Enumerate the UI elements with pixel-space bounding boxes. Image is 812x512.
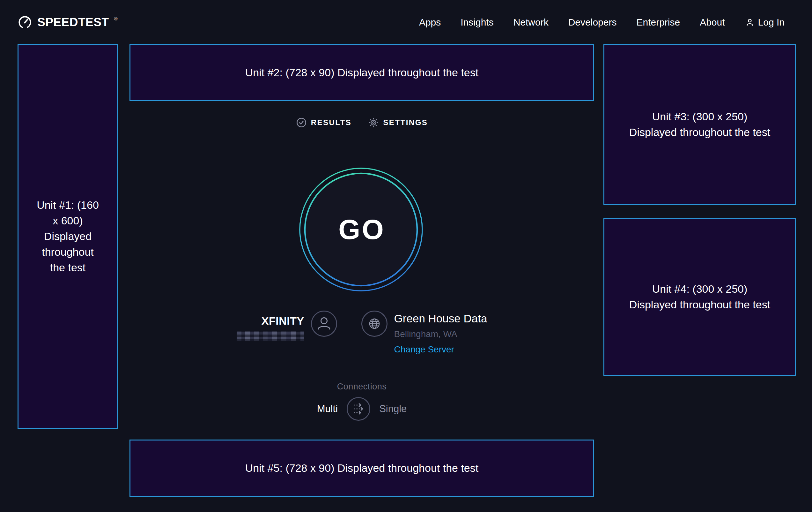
ad-unit-5[interactable]: Unit #5: (728 x 90) Displayed throughout… <box>129 439 594 497</box>
connections-option-single[interactable]: Single <box>379 403 407 415</box>
nav-item-insights[interactable]: Insights <box>461 17 493 28</box>
speedometer-icon <box>18 15 32 30</box>
nav-item-network[interactable]: Network <box>514 17 549 28</box>
change-server-link[interactable]: Change Server <box>394 344 487 355</box>
ad-unit-5-text: Unit #5: (728 x 90) Displayed throughout… <box>245 460 478 476</box>
server-globe-icon <box>361 310 388 337</box>
connections-label: Connections <box>129 382 594 392</box>
nav-item-about[interactable]: About <box>700 17 725 28</box>
connection-meta-row: XFINITY Green House Data Bellingham, WA … <box>129 310 594 355</box>
ad-unit-1-text: Unit #1: (160 x 600) Displayed throughou… <box>33 197 102 275</box>
speedtest-page: SPEEDTEST ® Apps Insights Network Develo… <box>0 0 812 512</box>
tab-settings[interactable]: SETTINGS <box>368 117 428 128</box>
connections-toggle-icon[interactable] <box>346 397 371 421</box>
server-block: Green House Data Bellingham, WA Change S… <box>394 312 487 355</box>
ad-unit-2[interactable]: Unit #2: (728 x 90) Displayed throughout… <box>129 44 594 101</box>
redacted-ip-address <box>237 331 304 341</box>
tab-bar: RESULTS <box>129 112 594 133</box>
go-label: GO <box>299 167 423 292</box>
go-button[interactable]: GO <box>299 167 423 292</box>
tab-results-label: RESULTS <box>311 118 352 127</box>
server-name: Green House Data <box>394 312 487 325</box>
ad-unit-4[interactable]: Unit #4: (300 x 250) Displayed throughou… <box>603 218 796 376</box>
logo-text: SPEEDTEST <box>37 16 109 29</box>
user-icon <box>745 17 755 27</box>
provider-block: XFINITY <box>237 315 304 343</box>
ad-unit-2-text: Unit #2: (728 x 90) Displayed throughout… <box>245 65 478 80</box>
server-location: Bellingham, WA <box>394 329 487 339</box>
tab-settings-label: SETTINGS <box>383 118 428 127</box>
connections-row: Multi Single <box>129 397 594 421</box>
top-nav-bar: SPEEDTEST ® Apps Insights Network Develo… <box>0 0 812 45</box>
isp-badge-icon <box>311 310 338 337</box>
trademark-mark: ® <box>114 16 118 21</box>
ad-unit-4-text: Unit #4: (300 x 250) Displayed throughou… <box>629 281 771 313</box>
ad-unit-3[interactable]: Unit #3: (300 x 250) Displayed throughou… <box>603 44 796 205</box>
ad-unit-3-text: Unit #3: (300 x 250) Displayed throughou… <box>629 109 771 140</box>
nav-item-enterprise[interactable]: Enterprise <box>636 17 680 28</box>
login-label: Log In <box>758 17 785 28</box>
login-button[interactable]: Log In <box>745 17 785 28</box>
check-circle-icon <box>296 117 307 128</box>
tab-results[interactable]: RESULTS <box>296 117 352 128</box>
nav-item-developers[interactable]: Developers <box>568 17 617 28</box>
main-nav: Apps Insights Network Developers Enterpr… <box>419 17 785 28</box>
connections-option-multi[interactable]: Multi <box>317 403 338 415</box>
ad-unit-1[interactable]: Unit #1: (160 x 600) Displayed throughou… <box>18 44 118 429</box>
nav-item-apps[interactable]: Apps <box>419 17 441 28</box>
gear-icon <box>368 117 379 128</box>
isp-name[interactable]: XFINITY <box>237 315 304 327</box>
speedtest-logo[interactable]: SPEEDTEST ® <box>18 15 118 30</box>
